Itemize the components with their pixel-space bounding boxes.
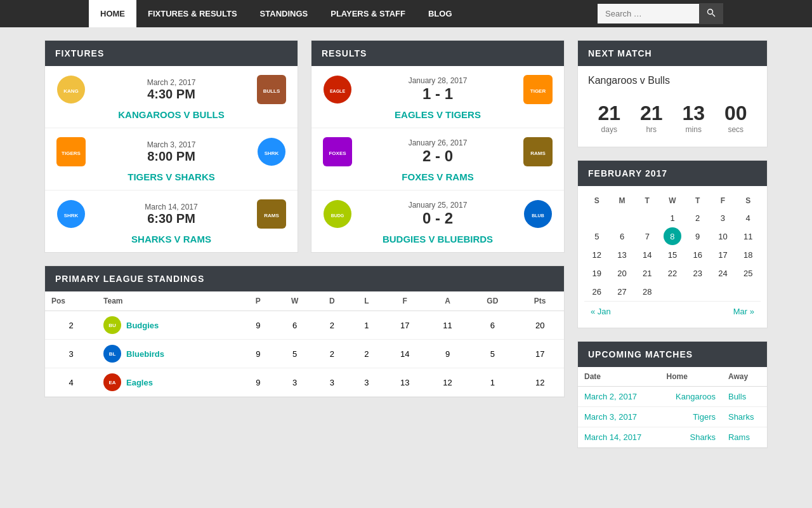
upcoming-header: UPCOMING MATCHES [578,342,767,367]
team-logo-small: BL [103,345,121,363]
search-button[interactable] [699,3,723,24]
calendar-weeks: 1234567891011121314151617181920212223242… [584,209,761,301]
svg-text:TIGER: TIGER [530,88,546,94]
cal-cell[interactable]: 9 [685,227,710,246]
svg-text:RAMS: RAMS [264,213,279,218]
cal-cell[interactable]: 20 [610,264,635,283]
cal-cell[interactable]: 21 [634,264,660,283]
cal-cell[interactable]: 17 [710,246,736,264]
col-l: L [350,291,383,311]
cal-cell[interactable]: 28 [634,283,660,301]
cal-today: 8 [664,227,681,245]
cal-cell[interactable]: 2 [685,209,710,227]
cal-day-label: T [685,192,710,209]
home-logo-sharks2: SHRK [55,198,87,230]
upcoming-table: Date Home Away March 2, 2017 Kangaroos B… [578,367,767,448]
cal-day-label: W [660,192,685,209]
upcoming-date-link[interactable]: March 2, 2017 [584,392,637,401]
cal-week: 1234 [584,209,761,227]
svg-text:SHRK: SHRK [64,213,79,218]
cal-day-label: S [735,192,761,209]
cal-cell[interactable]: 1 [660,209,685,227]
cal-cell[interactable]: 22 [660,264,685,283]
cal-cell[interactable]: 15 [660,246,685,264]
cal-cell[interactable]: 23 [685,264,710,283]
cal-cell[interactable]: 13 [610,246,635,264]
upcoming-col-date: Date [578,367,660,387]
team-link[interactable]: Eagles [126,378,153,387]
cal-cell[interactable]: 16 [685,246,710,264]
next-match-card: NEXT MATCH Kangaroos v Bulls 21 days 21 … [577,40,768,147]
calendar-card: FEBRUARY 2017 SMTWTFS 123456789101112131… [577,160,768,328]
cal-week: 262728 [584,283,761,301]
upcoming-date-link[interactable]: March 14, 2017 [584,432,641,442]
standings-header: PRIMARY LEAGUE STANDINGS [45,266,564,291]
calendar-grid: SMTWTFS 12345678910111213141516171819202… [578,186,767,328]
fixture-name-3: SHARKS V RAMS [131,234,211,244]
cal-prev[interactable]: « Jan [591,307,611,316]
cal-cell[interactable]: 4 [735,209,761,227]
upcoming-away-link[interactable]: Rams [728,432,750,442]
nav-home[interactable]: HOME [89,0,136,27]
cal-cell[interactable]: 27 [610,283,635,301]
results-header: RESULTS [311,41,564,66]
cal-next[interactable]: Mar » [733,307,754,316]
cal-week: 12131415161718 [584,246,761,264]
upcoming-date: March 3, 2017 [578,407,660,427]
upcoming-away-link[interactable]: Sharks [728,412,754,422]
next-match-header: NEXT MATCH [578,41,767,66]
standings-team: BL Bluebirds [97,340,240,368]
upcoming-home-link[interactable]: Sharks [690,432,716,442]
upcoming-home-link[interactable]: Kangaroos [676,392,716,401]
svg-text:TIGERS: TIGERS [62,150,81,156]
nav-players[interactable]: PLAYERS & STAFF [319,0,417,27]
fixture-item-3: SHRK March 14, 2017 6:30 PM RAMS SHARKS … [45,190,298,252]
nav-fixtures[interactable]: FIXTURES & RESULTS [136,0,249,27]
cal-cell[interactable]: 18 [735,246,761,264]
cal-day-label: T [634,192,660,209]
standings-team: EA Eagles [97,368,240,397]
result-name-1: EAGLES V TIGERS [395,109,481,120]
away-logo-bulls: BULLS [256,74,287,105]
cal-cell[interactable]: 14 [634,246,660,264]
fixture-time-2: March 3, 2017 8:00 PM [87,140,256,164]
col-gd: GD [469,291,516,311]
main-nav: HOME FIXTURES & RESULTS STANDINGS PLAYER… [0,0,812,27]
cal-cell[interactable]: 3 [710,209,736,227]
cal-cell[interactable]: 24 [710,264,736,283]
svg-text:SHRK: SHRK [265,150,279,156]
nav-blog[interactable]: BLOG [417,0,464,27]
nav-standings[interactable]: STANDINGS [249,0,320,27]
col-d: D [314,291,350,311]
cal-cell[interactable]: 25 [735,264,761,283]
result-name-3: BUDGIES V BLUEBIRDS [383,234,493,244]
home-logo-tigers: TIGERS [55,136,87,168]
upcoming-away-link[interactable]: Bulls [728,392,746,401]
upcoming-date-link[interactable]: March 3, 2017 [584,412,637,422]
cal-cell[interactable]: 7 [634,227,660,246]
standings-pos: 2 [45,311,97,340]
cal-cell[interactable]: 5 [584,227,610,246]
cal-cell[interactable]: 8 [660,227,685,246]
upcoming-home-link[interactable]: Tigers [693,412,716,422]
cal-cell[interactable]: 11 [735,227,761,246]
upcoming-away: Sharks [722,407,767,427]
cal-cell[interactable]: 6 [610,227,635,246]
home-logo-kangaroos: KANG [55,74,87,105]
cal-cell[interactable]: 12 [584,246,610,264]
results-card: RESULTS EAGLE January 28, 2017 1 - 1 TIG… [311,40,565,253]
cal-cell[interactable]: 19 [584,264,610,283]
team-link[interactable]: Budgies [126,321,159,330]
col-team: Team [97,291,240,311]
result-score-3: January 25, 2017 0 - 2 [353,201,522,227]
search-input[interactable] [598,4,699,23]
search-form [598,3,723,24]
svg-text:FOXES: FOXES [329,150,346,156]
svg-text:KANG: KANG [63,88,79,94]
cal-cell[interactable]: 10 [710,227,736,246]
cal-cell[interactable]: 26 [584,283,610,301]
upcoming-date: March 2, 2017 [578,387,660,407]
team-link[interactable]: Bluebirds [126,349,164,359]
cal-day-label: M [610,192,635,209]
result-item-3: BUDG January 25, 2017 0 - 2 BLUB BUDGIES… [311,190,564,252]
